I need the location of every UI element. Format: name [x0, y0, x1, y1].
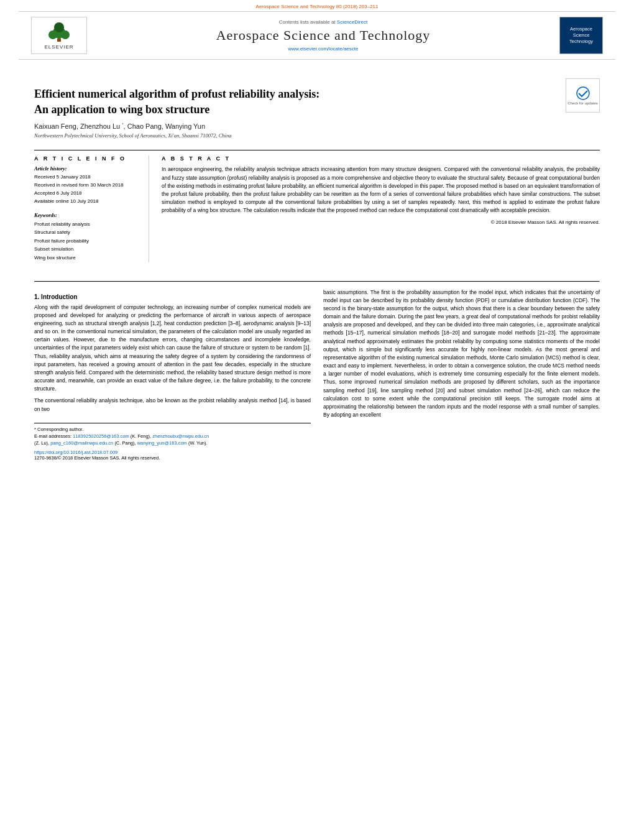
- keyword-1: Profust reliability analysis: [34, 220, 139, 229]
- ast-logo: AerospaceScienceTechnology: [559, 17, 603, 54]
- check-badge-text: Check for updates: [567, 101, 598, 105]
- svg-rect-5: [57, 39, 61, 42]
- available-date: Available online 10 July 2018: [34, 198, 139, 206]
- journal-title-area: Contents lists available at ScienceDirec…: [99, 19, 547, 52]
- section1-heading: 1. Introduction: [34, 293, 311, 300]
- email-lu[interactable]: zhenzhoubu@nwpu.edu.cn: [152, 433, 209, 439]
- email-yun[interactable]: wanying_yun@163.com: [137, 440, 187, 446]
- elsevier-logo: ELSEVIER: [31, 17, 87, 54]
- divider-1: [34, 150, 600, 150]
- sciencedirect-link[interactable]: ScienceDirect: [337, 19, 367, 25]
- page: Aerospace Science and Technology 80 (201…: [0, 0, 634, 840]
- journal-header: ELSEVIER Contents lists available at Sci…: [19, 11, 615, 60]
- body-col-right: basic assumptions. The first is the prob…: [323, 288, 600, 461]
- keyword-4: Subset simulation: [34, 245, 139, 254]
- abstract-text: In aerospace engineering, the reliabilit…: [162, 165, 600, 215]
- issn-text: 1270-9638/© 2018 Elsevier Masson SAS. Al…: [34, 455, 311, 461]
- article-info: A R T I C L E I N F O Article history: R…: [34, 155, 149, 262]
- accepted-date: Accepted 6 July 2018: [34, 190, 139, 198]
- corresponding-author: * Corresponding author.: [34, 426, 311, 433]
- received-revised-date: Received in revised form 30 March 2018: [34, 182, 139, 190]
- elsevier-tree-icon: [44, 21, 75, 43]
- svg-point-3: [61, 30, 70, 39]
- history-label: Article history:: [34, 165, 139, 172]
- abstract-label: A B S T R A C T: [162, 155, 600, 162]
- doi-link[interactable]: https://doi.org/10.1016/j.ast.2018.07.00…: [34, 450, 311, 455]
- contents-line: Contents lists available at ScienceDirec…: [99, 19, 547, 25]
- keyword-2: Structural safety: [34, 228, 139, 237]
- keyword-5: Wing box structure: [34, 254, 139, 262]
- email-addresses: E-mail addresses: 1183925020256@163.com …: [34, 433, 311, 447]
- svg-point-4: [54, 22, 64, 32]
- body-col-left: 1. Introduction Along with the rapid dev…: [34, 288, 311, 461]
- copyright-text: © 2018 Elsevier Masson SAS. All rights r…: [162, 219, 600, 225]
- ast-logo-text: AerospaceScienceTechnology: [569, 26, 593, 44]
- check-icon: [574, 86, 592, 100]
- authors: Kaixuan Feng, Zhenzhou Lu *, Chao Pang, …: [34, 122, 559, 130]
- affiliation: Northwestern Polytechnical University, S…: [34, 132, 559, 139]
- main-content: Efficient numerical algorithm of profust…: [0, 60, 634, 269]
- footnote-area: * Corresponding author. E-mail addresses…: [34, 423, 311, 461]
- check-for-updates-badge: Check for updates: [566, 78, 600, 113]
- journal-url[interactable]: www.elsevier.com/locate/aescte: [99, 46, 547, 52]
- body-two-col: 1. Introduction Along with the rapid dev…: [34, 288, 600, 461]
- body-content: 1. Introduction Along with the rapid dev…: [0, 269, 634, 467]
- body-divider: [34, 281, 600, 282]
- section1-col2-para1: basic assumptions. The first is the prob…: [323, 288, 600, 420]
- keywords-label: Keywords:: [34, 212, 139, 218]
- citation-text: Aerospace Science and Technology 80 (201…: [256, 4, 379, 9]
- section1-col1-para2: The conventional reliability analysis te…: [34, 397, 311, 413]
- article-info-label: A R T I C L E I N F O: [34, 155, 139, 162]
- elsevier-label: ELSEVIER: [44, 44, 73, 50]
- journal-name: Aerospace Science and Technology: [99, 27, 547, 44]
- info-abstract-section: A R T I C L E I N F O Article history: R…: [34, 155, 600, 262]
- article-title: Efficient numerical algorithm of profust…: [34, 86, 559, 118]
- abstract-section: A B S T R A C T In aerospace engineering…: [162, 155, 600, 262]
- received-date: Received 5 January 2018: [34, 173, 139, 182]
- citation-bar: Aerospace Science and Technology 80 (201…: [0, 0, 634, 11]
- svg-point-2: [48, 30, 57, 39]
- section1-col1-para1: Along with the rapid development of comp…: [34, 303, 311, 394]
- email-feng[interactable]: 1183925020256@163.com: [73, 433, 129, 439]
- keyword-3: Profust failure probability: [34, 237, 139, 246]
- email-pang[interactable]: pang_c160@mailnwpu.edu.cn: [50, 440, 113, 446]
